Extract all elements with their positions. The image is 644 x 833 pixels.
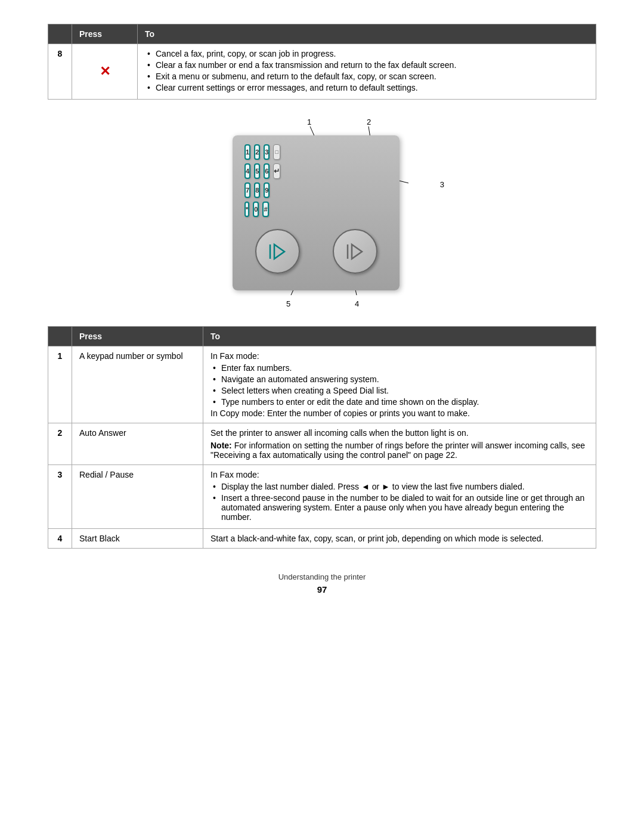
table-row: 8 ✕ Cancel a fax, print, copy, or scan j… [48,44,596,100]
callout-5: 5 [286,299,290,308]
svg-marker-5 [274,244,284,259]
row-press: Auto Answer [72,423,203,465]
row-press: A keypad number or symbol [72,346,203,423]
top-table-header-to: To [138,24,596,44]
row-num: 1 [48,346,72,423]
key-hash: # [262,202,268,217]
row-num: 2 [48,423,72,465]
key-auto-answer: □ [273,144,280,160]
list-item: Exit a menu or submenu, and return to th… [145,72,589,81]
callout-2: 2 [367,117,371,126]
big-button-row [244,229,388,274]
callout-4: 4 [355,299,359,308]
start-black-button [333,229,377,274]
start-color-button [255,229,300,274]
list-item: Cancel a fax, print, copy, or scan job i… [145,49,589,58]
key-star: * [244,202,249,217]
footer-text: Understanding the printer [48,572,596,581]
to-text: Start a black-and-white fax, copy, scan,… [210,534,544,543]
list-item: Select letters when creating a Speed Dia… [210,386,589,395]
to-bullet-list: Display the last number dialed. Press ◄ … [210,482,589,522]
to-text-2: In Copy mode: Enter the number of copies… [210,408,470,418]
list-item: Enter fax numbers. [210,363,589,373]
to-text: In Fax mode: [210,351,259,361]
note-label: Note: [210,441,232,450]
key-5: 5 [254,163,260,179]
note-content: For information on setting the number of… [210,441,585,460]
key-row-3: 7 8 9 [244,182,388,198]
keypad-diagram: 1 2 3 4 5 1 2 3 □ [48,117,596,308]
row-to: Start a black-and-white fax, copy, scan,… [203,529,596,549]
key-1: 1 [244,144,250,160]
to-bullet-list: Enter fax numbers. Navigate an automated… [210,363,589,407]
bottom-table: Press To 1 A keypad number or symbol In … [48,326,596,549]
to-note: Note: For information on setting the num… [210,441,589,460]
bottom-table-header-press: Press [72,327,203,346]
diagram-wrapper: 1 2 3 4 5 1 2 3 □ [197,117,447,308]
row-press: Start Black [72,529,203,549]
top-table: Press To 8 ✕ Cancel a fax, print, copy, … [48,24,596,100]
key-row-4: * 0 # [244,202,388,217]
footer-page: 97 [48,584,596,594]
key-3: 3 [264,144,270,160]
top-table-header-num [48,24,72,44]
to-text: In Fax mode: [210,470,259,479]
row-num: 4 [48,529,72,549]
row-press: Redial / Pause [72,465,203,529]
keypad-panel: 1 2 3 □ 4 5 6 ↵ 7 8 9 * 0 # [233,135,400,290]
list-item: Clear current settings or error messages… [145,83,589,92]
row-to: In Fax mode: Display the last number dia… [203,465,596,529]
table-row: 3 Redial / Pause In Fax mode: Display th… [48,465,596,529]
row-to: Cancel a fax, print, copy, or scan job i… [138,44,596,100]
key-2: 2 [254,144,260,160]
row-num: 3 [48,465,72,529]
row-to: In Fax mode: Enter fax numbers. Navigate… [203,346,596,423]
key-8: 8 [254,182,260,198]
list-item: Insert a three-second pause in the numbe… [210,493,589,522]
bottom-table-header-num [48,327,72,346]
list-item: Navigate an automated answering system. [210,374,589,384]
top-table-header-press: Press [72,24,138,44]
row-num: 8 [48,44,72,100]
list-item: Type numbers to enter or edit the date a… [210,397,589,407]
key-0: 0 [253,202,259,217]
key-9: 9 [264,182,270,198]
key-7: 7 [244,182,250,198]
table-row: 4 Start Black Start a black-and-white fa… [48,529,596,549]
list-item: Clear a fax number or end a fax transmis… [145,60,589,70]
table-row: 2 Auto Answer Set the printer to answer … [48,423,596,465]
row-to: Set the printer to answer all incoming c… [203,423,596,465]
callout-3: 3 [440,180,444,189]
key-6: 6 [264,163,270,179]
bottom-table-header-to: To [203,327,596,346]
key-redial: ↵ [273,163,280,179]
key-row-1: 1 2 3 □ [244,144,388,160]
key-4: 4 [244,163,250,179]
key-row-2: 4 5 6 ↵ [244,163,388,179]
start-black-icon [343,240,367,264]
to-text: Set the printer to answer all incoming c… [210,428,469,438]
row-press-icon: ✕ [72,44,138,100]
start-color-icon [265,240,289,264]
svg-marker-7 [352,244,362,259]
table-row: 1 A keypad number or symbol In Fax mode:… [48,346,596,423]
list-item: Display the last number dialed. Press ◄ … [210,482,589,491]
to-bullet-list: Cancel a fax, print, copy, or scan job i… [145,49,589,92]
callout-1: 1 [307,117,311,126]
cancel-x-icon: ✕ [100,64,110,79]
